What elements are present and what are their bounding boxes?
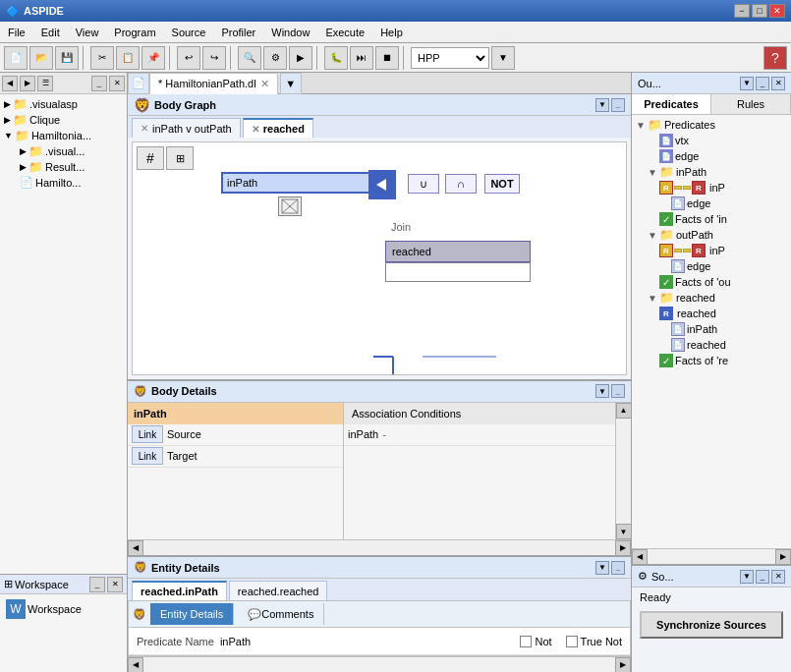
right-panel-close-btn[interactable]: ✕ — [771, 77, 785, 90]
inpath-rule-item[interactable]: R R inP — [657, 180, 789, 196]
left-nav-fwd[interactable]: ▶ — [20, 76, 35, 91]
entity-comments-subtab[interactable]: 💬 Comments — [238, 603, 324, 625]
not-checkbox[interactable] — [520, 636, 532, 647]
left-menu-btn[interactable]: ☰ — [37, 76, 53, 91]
graph-not-op[interactable]: NOT — [484, 174, 520, 194]
cut-btn[interactable]: ✂ — [90, 46, 114, 70]
predicates-root-item[interactable]: ▼ 📁 Predicates — [634, 117, 789, 133]
menu-program[interactable]: Program — [106, 25, 163, 40]
menu-file[interactable]: File — [0, 25, 33, 40]
tab-inpath-outpath[interactable]: ✕ inPath v outPath — [132, 118, 241, 138]
outpath-rule-item[interactable]: R R inP — [657, 243, 789, 258]
outpath-item[interactable]: ▼ 📁 outPath — [646, 227, 789, 243]
close-button[interactable]: ✕ — [769, 4, 785, 18]
reached-reached-item[interactable]: 📄 reached — [669, 337, 789, 353]
scroll-down-btn[interactable]: ▼ — [616, 524, 632, 539]
body-graph-menu-btn[interactable]: ▼ — [595, 98, 609, 112]
file-tab-active[interactable]: * HamiltonianPath.dl ✕ — [149, 73, 278, 94]
outpath-facts-item[interactable]: ✓ Facts of 'ou — [657, 274, 789, 290]
hscroll-left-btn[interactable]: ◀ — [128, 540, 143, 556]
entity-tab-reached-inpath[interactable]: reached.inPath — [132, 581, 227, 600]
open-btn[interactable]: 📂 — [29, 46, 53, 70]
profile-dropdown[interactable]: HPP — [411, 47, 489, 69]
sync-sources-button[interactable]: Synchronize Sources — [640, 611, 783, 639]
redo-btn[interactable]: ↪ — [202, 46, 226, 70]
tree-item-hamiltonian[interactable]: ▼ 📁 Hamiltonia... — [2, 128, 125, 143]
outpath-edge-item[interactable]: 📄 edge — [669, 258, 789, 274]
left-min-btn[interactable]: _ — [91, 76, 107, 91]
copy-btn[interactable]: 📋 — [116, 46, 140, 70]
file-tab-close-icon[interactable]: ✕ — [260, 78, 269, 90]
grid-btn[interactable]: # — [137, 146, 164, 170]
more-btn[interactable]: ▼ — [491, 46, 515, 70]
menu-edit[interactable]: Edit — [33, 25, 68, 40]
step-btn[interactable]: ⏭ — [350, 46, 373, 70]
graph-inpath-node[interactable]: inPath — [221, 172, 373, 194]
source-link-btn[interactable]: Link — [132, 425, 163, 443]
minimize-button[interactable]: − — [734, 4, 750, 18]
entity-details-menu-btn[interactable]: ▼ — [595, 561, 609, 575]
new-btn[interactable]: 📄 — [4, 46, 28, 70]
graph-union-op[interactable]: ∪ — [408, 174, 439, 194]
debug-btn[interactable]: 🐛 — [324, 46, 348, 70]
menu-view[interactable]: View — [68, 25, 107, 40]
entity-tab-reached-reached[interactable]: reached.reached — [229, 581, 328, 600]
inpath-edge-item[interactable]: 📄 edge — [669, 196, 789, 211]
status-menu-btn[interactable]: ▼ — [740, 570, 754, 584]
left-close-btn[interactable]: ✕ — [109, 76, 125, 91]
inpath-item[interactable]: ▼ 📁 inPath — [646, 164, 789, 180]
tree-item-result[interactable]: ▶ 📁 Result... — [18, 159, 125, 175]
file-tab-icon[interactable]: 📄 — [128, 73, 149, 94]
tab-close-icon[interactable]: ✕ — [141, 123, 148, 134]
tree-item-hamilto-file[interactable]: 📄 Hamilto... — [18, 175, 125, 190]
target-link-btn[interactable]: Link — [132, 447, 163, 465]
reached-inpath-item[interactable]: 📄 inPath — [669, 321, 789, 337]
inpath-facts-item[interactable]: ✓ Facts of 'in — [657, 211, 789, 227]
stop-btn[interactable]: ⏹ — [375, 46, 399, 70]
graph-intersect-op[interactable]: ∩ — [445, 174, 477, 194]
help-icon-btn[interactable]: ? — [763, 46, 787, 70]
entity-details-min-btn[interactable]: _ — [611, 561, 625, 575]
body-graph-min-btn[interactable]: _ — [611, 98, 625, 112]
save-btn[interactable]: 💾 — [55, 46, 79, 70]
run-btn[interactable]: ▶ — [289, 46, 312, 70]
file-tab-more[interactable]: ▼ — [280, 73, 302, 94]
right-panel-menu-btn[interactable]: ▼ — [740, 77, 754, 90]
tree-item-visualasp[interactable]: ▶ 📁 .visualasp — [2, 96, 125, 112]
entity-details-subtab[interactable]: Entity Details — [150, 603, 234, 625]
undo-btn[interactable]: ↩ — [177, 46, 200, 70]
menu-window[interactable]: Window — [263, 25, 317, 40]
edge-item[interactable]: 📄 edge — [646, 148, 789, 164]
ws-min-btn[interactable]: _ — [89, 577, 105, 592]
maximize-button[interactable]: □ — [752, 4, 767, 18]
tab-reached[interactable]: ✕ reached — [243, 118, 313, 138]
body-details-menu-btn[interactable]: ▼ — [595, 384, 609, 398]
reached-item[interactable]: ▼ 📁 reached — [646, 290, 789, 306]
status-close-btn[interactable]: ✕ — [771, 570, 785, 584]
menu-source[interactable]: Source — [164, 25, 214, 40]
status-min-btn[interactable]: _ — [756, 570, 769, 584]
reached-rule-item[interactable]: R reached — [657, 306, 789, 321]
reached-facts-item[interactable]: ✓ Facts of 're — [657, 353, 789, 368]
menu-execute[interactable]: Execute — [317, 25, 372, 40]
left-nav-back[interactable]: ◀ — [2, 76, 18, 91]
paste-btn[interactable]: 📌 — [141, 46, 165, 70]
right-hscroll-left[interactable]: ◀ — [632, 549, 648, 565]
tree-item-clique[interactable]: ▶ 📁 Clique — [2, 112, 125, 128]
right-panel-min-btn[interactable]: _ — [756, 77, 769, 90]
right-hscroll-right[interactable]: ▶ — [775, 549, 791, 565]
predicates-tab[interactable]: Predicates — [632, 94, 711, 114]
menu-profiler[interactable]: Profiler — [213, 25, 263, 40]
tab-close-icon[interactable]: ✕ — [252, 124, 259, 135]
vtx-item[interactable]: 📄 vtx — [646, 133, 789, 148]
rules-tab[interactable]: Rules — [711, 94, 791, 114]
scroll-up-btn[interactable]: ▲ — [616, 403, 632, 419]
entity-hscroll-left[interactable]: ◀ — [128, 657, 143, 673]
graph-reached-node[interactable]: reached — [385, 241, 531, 262]
ws-close-btn[interactable]: ✕ — [107, 577, 123, 592]
entity-hscroll-right[interactable]: ▶ — [615, 657, 631, 673]
workspace-item[interactable]: W Workspace — [4, 598, 123, 620]
tree-item-visual[interactable]: ▶ 📁 .visual... — [18, 143, 125, 159]
build-btn[interactable]: ⚙ — [263, 46, 287, 70]
search-btn[interactable]: 🔍 — [238, 46, 261, 70]
